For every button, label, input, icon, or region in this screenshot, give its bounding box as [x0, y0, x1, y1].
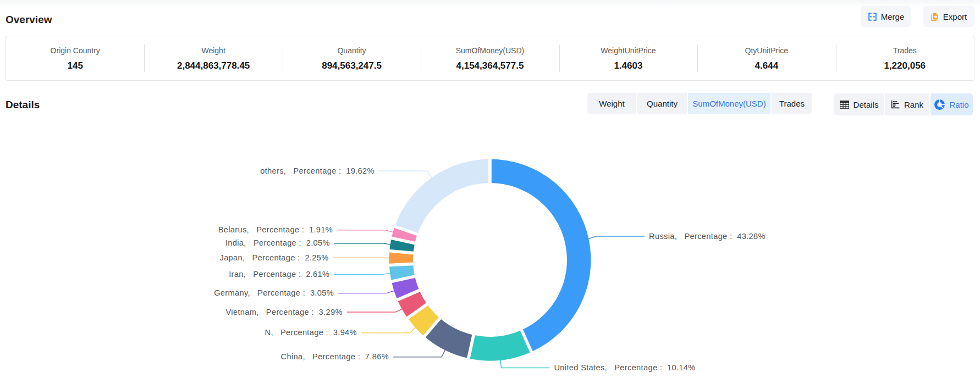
svg-text:others, Percentage : 19.62%: others, Percentage : 19.62%	[260, 166, 375, 175]
svg-text:India, Percentage : 2.05%: India, Percentage : 2.05%	[225, 238, 330, 247]
svg-text:Russia, Percentage : 43.28%: Russia, Percentage : 43.28%	[649, 232, 766, 241]
svg-text:Japan, Percentage : 2.25%: Japan, Percentage : 2.25%	[219, 253, 328, 262]
svg-text:Germany, Percentage : 3.05%: Germany, Percentage : 3.05%	[214, 288, 334, 297]
svg-text:United States, Percentage :: United States, Percentage : 10.14%	[554, 363, 695, 372]
svg-text:N, Percentage : 3.94%: N, Percentage : 3.94%	[265, 328, 357, 337]
svg-text:China, Percentage : 7.86%: China, Percentage : 7.86%	[281, 352, 389, 361]
svg-text:Belarus, Percentage : 1.91%: Belarus, Percentage : 1.91%	[218, 225, 333, 234]
svg-text:Iran, Percentage : 2.61%: Iran, Percentage : 2.61%	[229, 270, 329, 279]
svg-text:Vietnam, Percentage : 3.29%: Vietnam, Percentage : 3.29%	[226, 308, 343, 316]
